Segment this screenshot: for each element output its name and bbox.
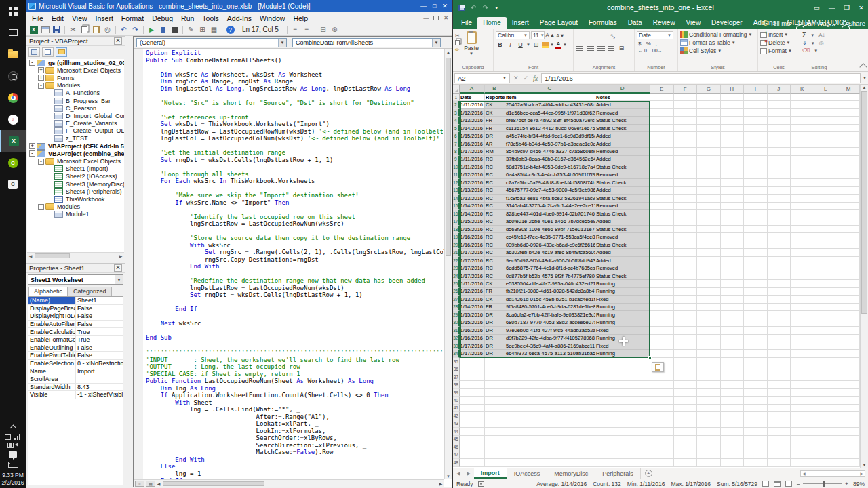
grid-cell[interactable]: [485, 405, 505, 412]
grid-cell[interactable]: [697, 125, 721, 132]
grid-cell[interactable]: [697, 132, 721, 140]
tab-categorized[interactable]: Categorized: [68, 287, 112, 296]
grid-cell[interactable]: 3140ab4f-3275-4c2f-a9c1-44e2ee2ce17c: [505, 203, 595, 210]
grid-cell[interactable]: [721, 342, 745, 350]
grid-cell[interactable]: [744, 272, 768, 280]
grid-cell[interactable]: RC: [485, 264, 505, 272]
grid-cell[interactable]: [595, 358, 651, 365]
grid-cell[interactable]: [791, 420, 814, 428]
grid-cell[interactable]: Fixed: [595, 327, 651, 334]
grid-cell[interactable]: [721, 203, 745, 210]
grid-cell[interactable]: [674, 288, 698, 296]
grid-cell[interactable]: [697, 389, 721, 396]
grid-cell[interactable]: [697, 163, 721, 171]
grid-cell[interactable]: [485, 443, 505, 451]
grid-cell[interactable]: [505, 451, 595, 459]
grid-cell[interactable]: RC: [485, 233, 505, 241]
vba-close-button[interactable]: ✕: [442, 3, 448, 9]
grid-cell[interactable]: [744, 342, 768, 350]
grid-cell[interactable]: Status Check: [595, 226, 651, 233]
grid-cell[interactable]: [595, 405, 651, 412]
grid-cell[interactable]: [814, 233, 838, 241]
grid-cell[interactable]: Running: [595, 319, 651, 327]
row-header-10[interactable]: 10: [453, 163, 460, 171]
grid-cell[interactable]: [768, 132, 791, 140]
grid-cell[interactable]: [650, 459, 674, 466]
grid-cell[interactable]: [791, 304, 814, 311]
property-row[interactable]: EnablePivotTableFalse: [28, 352, 123, 360]
grid-cell[interactable]: [674, 117, 698, 124]
font-size-combo[interactable]: 11▼: [531, 31, 545, 39]
grid-cell[interactable]: [650, 436, 674, 443]
grid-cell[interactable]: Fixed: [595, 296, 651, 303]
grid-cell[interactable]: DR: [485, 319, 505, 327]
grid-cell[interactable]: [837, 233, 860, 241]
properties-object-dropdown[interactable]: Sheet1 Worksheet ▼: [28, 274, 123, 285]
grid-cell[interactable]: [697, 373, 721, 381]
grid-cell[interactable]: [768, 187, 791, 195]
tray-expand-chevron-icon[interactable]: [9, 425, 16, 432]
grid-cell[interactable]: [721, 304, 745, 311]
menu-debug[interactable]: Debug: [148, 14, 177, 23]
grid-cell[interactable]: [744, 389, 768, 396]
grid-cell[interactable]: 9ec95d97-9f7d-48df-a906-5b5fff8dd943: [505, 257, 595, 264]
grid-cell[interactable]: [814, 249, 838, 256]
tree-expander-icon[interactable]: -: [29, 150, 35, 157]
column-header-c[interactable]: C: [505, 85, 595, 94]
grid-cell[interactable]: [791, 163, 814, 171]
grid-cell[interactable]: Added: [595, 257, 651, 264]
stop-button[interactable]: [170, 25, 180, 35]
grid-cell[interactable]: [674, 179, 698, 186]
grid-cell[interactable]: 1/13/2016: [460, 195, 485, 202]
grid-cell[interactable]: [744, 233, 768, 241]
grid-cell[interactable]: [460, 420, 485, 428]
property-row[interactable]: EnableAutoFilterFalse: [28, 321, 123, 329]
grid-cell[interactable]: [744, 436, 768, 443]
grid-cell[interactable]: [697, 412, 721, 420]
grid-cell[interactable]: [674, 132, 698, 140]
grid-cell[interactable]: [697, 296, 721, 303]
grid-cell[interactable]: 1/15/2016: [460, 132, 485, 140]
grid-cell[interactable]: Added: [595, 187, 651, 195]
menu-view[interactable]: View: [68, 14, 92, 23]
grid-cell[interactable]: [791, 405, 814, 412]
grid-cell[interactable]: [837, 156, 860, 163]
grid-cell[interactable]: [814, 436, 838, 443]
property-row[interactable]: (Name)Sheet1: [28, 297, 123, 305]
grid-cell[interactable]: [697, 117, 721, 124]
column-header-j[interactable]: J: [768, 85, 791, 94]
tree-item[interactable]: -Modules: [27, 82, 124, 89]
scroll-left-icon[interactable]: ◀: [155, 481, 162, 486]
grid-cell[interactable]: Removed: [595, 203, 651, 210]
grid-cell[interactable]: [674, 420, 698, 428]
grid-cell[interactable]: [485, 381, 505, 388]
taskbar-clock[interactable]: 9:33 PM 2/2/2016: [1, 472, 24, 487]
tree-item[interactable]: D_Import_Global_Constants: [27, 112, 124, 119]
grid-cell[interactable]: [768, 365, 791, 373]
grid-cell[interactable]: [595, 412, 651, 420]
grid-cell[interactable]: [814, 264, 838, 272]
grid-cell[interactable]: [650, 296, 674, 303]
grid-cell[interactable]: [650, 241, 674, 249]
chevron-down-icon[interactable]: ▼: [526, 43, 530, 47]
qat-customize-icon[interactable]: ▼: [494, 5, 499, 10]
row-header-44[interactable]: 44: [453, 428, 460, 435]
grid-cell[interactable]: [744, 179, 768, 186]
grid-cell[interactable]: 1/12/2016: [460, 288, 485, 296]
chevron-down-icon[interactable]: ▼: [550, 43, 554, 47]
grid-cell[interactable]: [791, 226, 814, 233]
grid-cell[interactable]: [814, 272, 838, 280]
grid-cell[interactable]: 1/17/2016: [460, 249, 485, 256]
grid-cell[interactable]: [595, 381, 651, 388]
grid-cell[interactable]: 039bb6d0-0926-433e-b6ad-e9c6f26616c8: [505, 241, 595, 249]
design-mode-button[interactable]: ✎: [186, 25, 196, 35]
grid-cell[interactable]: RC: [485, 241, 505, 249]
grid-cell[interactable]: [721, 171, 745, 179]
grid-cell[interactable]: [768, 272, 791, 280]
grid-cell[interactable]: [814, 148, 838, 155]
outdent-button[interactable]: ≡: [302, 25, 312, 35]
grid-cell[interactable]: Running: [595, 350, 651, 357]
ribbon-tab-insert[interactable]: Insert: [507, 17, 534, 29]
grid-cell[interactable]: [460, 396, 485, 404]
project-explorer-button[interactable]: ⊞: [197, 25, 208, 35]
